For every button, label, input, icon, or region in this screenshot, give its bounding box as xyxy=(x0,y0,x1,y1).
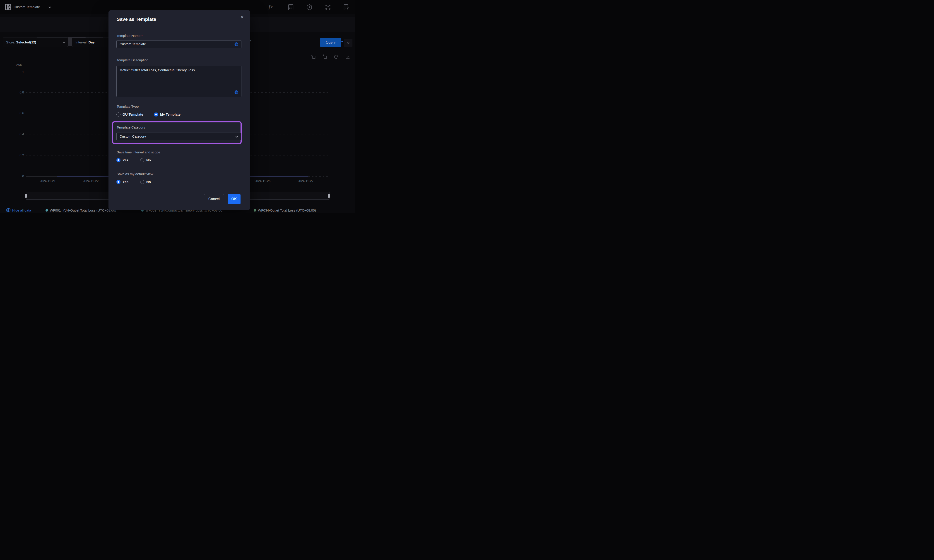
datazoom-right-handle[interactable] xyxy=(328,194,330,198)
x-axis-line xyxy=(26,176,57,177)
y-tick: 1 xyxy=(9,70,24,74)
store-dropdown[interactable]: Store: Selected(12) xyxy=(3,38,68,47)
x-tick: 2024-11-22 xyxy=(75,179,107,183)
save-as-template-modal: ✕ Save as Template Template Name* Custom… xyxy=(108,10,250,210)
radio-save-default-no-label[interactable]: No xyxy=(146,180,151,184)
radio-my-template[interactable] xyxy=(154,112,158,117)
y-tick: 0.2 xyxy=(9,154,24,157)
store-dropdown-label: Store: xyxy=(6,40,15,44)
chevron-down-icon xyxy=(341,40,343,43)
required-mark: * xyxy=(141,34,143,38)
y-tick: 0.8 xyxy=(9,91,24,94)
template-category-value: Custom Category xyxy=(120,134,146,138)
template-name-label: Template Name* xyxy=(117,34,143,38)
legend-item[interactable]: WF034-Outlet Total Loss (UTC+08:00) xyxy=(258,208,316,212)
save-scope-label: Save time interval and scope xyxy=(117,150,161,154)
hexagon-icon[interactable] xyxy=(306,4,312,11)
interval-dropdown-label: Interval: xyxy=(76,40,87,44)
query-caret-button[interactable] xyxy=(344,39,352,47)
legend-dot[interactable] xyxy=(254,209,256,212)
template-category-select[interactable]: Custom Category xyxy=(116,132,241,140)
template-description-label: Template Description xyxy=(117,58,148,62)
datazoom-left-handle[interactable] xyxy=(25,194,27,198)
x-axis-line-dashed xyxy=(308,176,330,177)
fullscreen-icon[interactable] xyxy=(325,4,331,11)
radio-save-scope-yes-label[interactable]: Yes xyxy=(122,158,128,162)
template-category-label: Template Category xyxy=(117,125,145,129)
y-tick: 0.4 xyxy=(9,132,24,136)
x-tick: 2024-11-27 xyxy=(290,179,321,183)
app-root: Custom Template fx Chart Scope: xyxy=(0,0,355,213)
template-name-value: Custom Template xyxy=(120,42,146,46)
radio-ou-template[interactable] xyxy=(116,112,120,117)
radio-my-template-label[interactable]: My Template xyxy=(160,112,181,116)
save-default-label: Save as my default view xyxy=(117,172,153,176)
radio-save-default-no[interactable] xyxy=(140,180,144,184)
formula-icon[interactable]: fx xyxy=(269,4,273,10)
y-tick: 0.6 xyxy=(9,111,24,115)
modal-title: Save as Template xyxy=(117,17,156,22)
calculator-icon[interactable] xyxy=(288,4,294,11)
report-icon[interactable] xyxy=(343,4,349,11)
template-type-label: Template Type xyxy=(117,105,139,108)
eye-off-icon[interactable] xyxy=(6,208,11,212)
page-title: Custom Template xyxy=(14,5,40,9)
globe-icon[interactable] xyxy=(234,90,238,94)
radio-save-scope-no[interactable] xyxy=(140,158,144,162)
download-icon[interactable] xyxy=(345,54,350,59)
y-axis-unit: kWh xyxy=(16,63,22,67)
cancel-button[interactable]: Cancel xyxy=(204,194,224,204)
hide-all-data-link[interactable]: Hide all data xyxy=(12,208,31,212)
template-description-value: Metric: Outlet Total Loss, Contractual T… xyxy=(120,68,195,72)
radio-save-scope-no-label[interactable]: No xyxy=(146,158,151,162)
chevron-down-icon xyxy=(63,41,65,43)
radio-save-scope-yes[interactable] xyxy=(116,158,120,162)
radio-save-default-yes[interactable] xyxy=(116,180,120,184)
globe-icon[interactable] xyxy=(234,42,238,46)
chevron-down-icon xyxy=(235,135,238,137)
crop-back-icon[interactable] xyxy=(322,54,327,59)
legend-item[interactable]: WF001_YJH-Outlet Total Loss (UTC+08:00) xyxy=(50,208,116,212)
y-tick: 0 xyxy=(9,174,24,178)
chevron-down-icon xyxy=(347,41,349,44)
template-description-textarea[interactable]: Metric: Outlet Total Loss, Contractual T… xyxy=(116,66,241,97)
store-dropdown-value: Selected(12) xyxy=(16,40,36,44)
chevron-down-icon[interactable] xyxy=(48,5,51,8)
x-tick: 2024-11-26 xyxy=(247,179,278,183)
crop-add-icon[interactable] xyxy=(311,54,316,59)
query-button[interactable]: Query xyxy=(320,38,341,47)
layout-icon[interactable] xyxy=(5,4,11,11)
ok-button[interactable]: OK xyxy=(228,194,241,204)
legend-dot[interactable] xyxy=(46,209,48,212)
template-name-input[interactable]: Custom Template xyxy=(116,40,241,48)
refresh-icon[interactable] xyxy=(333,54,338,59)
radio-save-default-yes-label[interactable]: Yes xyxy=(122,180,128,184)
close-icon[interactable]: ✕ xyxy=(240,15,244,20)
interval-dropdown-value: Day xyxy=(88,40,95,44)
x-tick: 2024-11-21 xyxy=(32,179,63,183)
radio-ou-template-label[interactable]: OU Template xyxy=(122,112,143,116)
